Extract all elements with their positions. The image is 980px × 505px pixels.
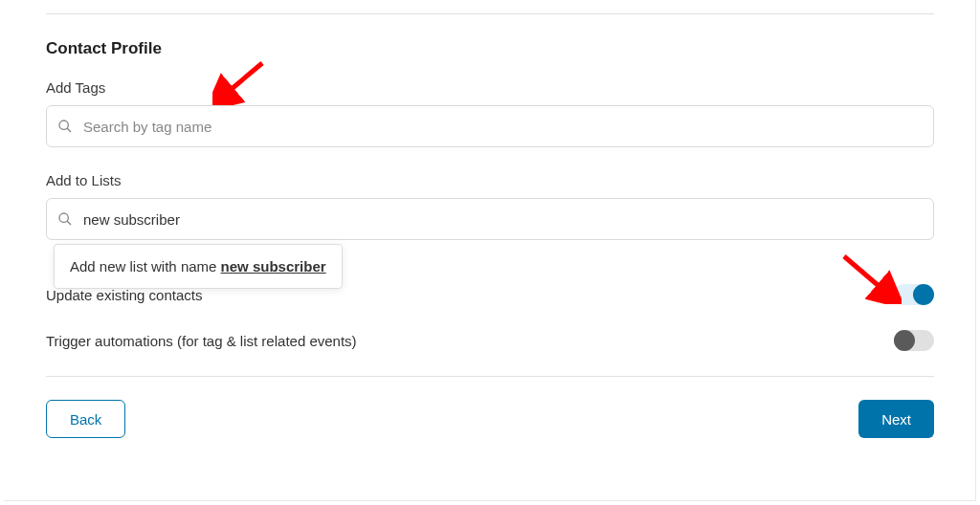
add-tags-field — [46, 105, 934, 147]
trigger-automations-toggle[interactable] — [894, 330, 934, 351]
back-button[interactable]: Back — [46, 400, 125, 438]
svg-point-0 — [59, 121, 68, 129]
add-to-lists-label: Add to Lists — [46, 172, 934, 188]
add-to-lists-field: Add new list with name new subscriber — [46, 198, 934, 240]
svg-line-1 — [67, 128, 71, 132]
button-row: Back Next — [46, 400, 934, 438]
bottom-divider — [46, 376, 934, 377]
suggestion-value: new subscriber — [221, 258, 326, 274]
add-tags-input[interactable] — [46, 105, 934, 147]
svg-line-3 — [67, 221, 71, 225]
suggestion-prefix: Add new list with name — [70, 258, 221, 274]
section-title: Contact Profile — [46, 39, 934, 58]
svg-point-2 — [59, 213, 68, 222]
next-button[interactable]: Next — [858, 400, 934, 438]
toggle-knob — [894, 330, 915, 351]
trigger-automations-label: Trigger automations (for tag & list rela… — [46, 333, 357, 349]
update-existing-label: Update existing contacts — [46, 287, 202, 303]
update-existing-toggle[interactable] — [894, 284, 934, 305]
search-icon — [57, 211, 73, 227]
toggle-knob — [913, 284, 934, 305]
trigger-automations-row: Trigger automations (for tag & list rela… — [46, 330, 934, 351]
search-icon — [57, 119, 73, 134]
add-to-lists-input[interactable] — [46, 198, 934, 240]
top-divider — [46, 13, 934, 14]
add-list-suggestion[interactable]: Add new list with name new subscriber — [54, 244, 343, 289]
add-tags-label: Add Tags — [46, 79, 934, 96]
